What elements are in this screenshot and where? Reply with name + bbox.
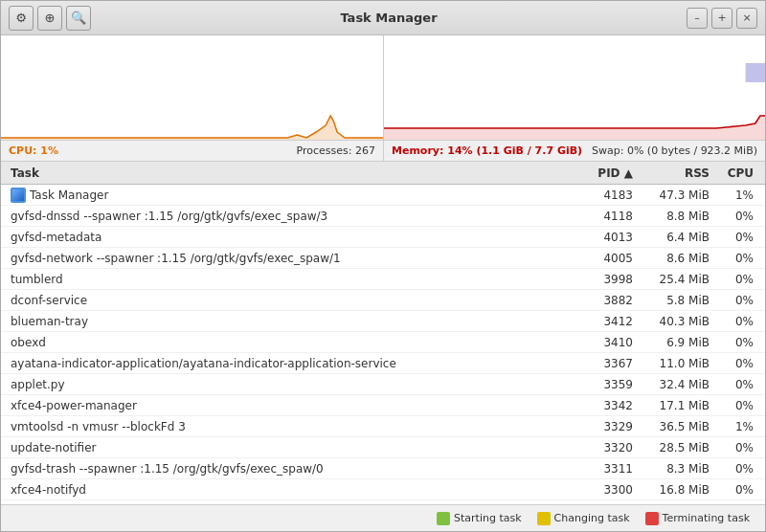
terminating-label: Terminating task	[663, 512, 750, 524]
table-row[interactable]: dconf-service38825.8 MiB0%	[1, 290, 765, 311]
task-rss: 40.3 MiB	[641, 315, 717, 328]
table-row[interactable]: gvfsd-dnssd --spawner :1.15 /org/gtk/gvf…	[1, 206, 765, 227]
task-pid: 4118	[574, 210, 641, 223]
task-name: gvfsd-metadata	[11, 231, 101, 244]
task-cpu: 0%	[717, 252, 765, 265]
window-controls: – + ×	[687, 8, 757, 29]
task-pid: 3998	[574, 273, 641, 286]
task-name: tumblerd	[11, 273, 63, 286]
table-row[interactable]: vmtoolsd -n vmusr --blockFd 3332936.5 Mi…	[1, 416, 765, 437]
task-rss: 8.8 MiB	[641, 210, 717, 223]
task-name: blueman-tray	[11, 315, 88, 328]
task-name: gvfsd-dnssd --spawner :1.15 /org/gtk/gvf…	[11, 210, 327, 223]
processes-label: Processes: 267	[297, 144, 375, 157]
cpu-status: CPU: 1% Processes: 267	[1, 141, 384, 162]
task-rss: 6.9 MiB	[641, 336, 717, 349]
starting-dot	[437, 512, 450, 525]
task-cpu: 0%	[717, 357, 765, 370]
task-cpu: 1%	[717, 188, 765, 202]
minimize-button[interactable]: –	[687, 8, 708, 29]
cpu-graph	[1, 35, 384, 140]
col-header-pid[interactable]: PID ▲	[574, 166, 641, 180]
help-button[interactable]: ⊕	[37, 6, 62, 31]
task-rss: 16.8 MiB	[641, 483, 717, 497]
task-pid: 3410	[574, 336, 641, 349]
changing-dot	[537, 512, 551, 525]
table-row[interactable]: applet.py335932.4 MiB0%	[1, 374, 765, 395]
legend-changing: Changing task	[537, 512, 630, 525]
col-header-task[interactable]: Task	[1, 166, 574, 180]
terminating-dot	[645, 512, 659, 525]
table-row[interactable]: ayatana-indicator-application/ayatana-in…	[1, 353, 765, 374]
task-pid: 4013	[574, 231, 641, 244]
legend-bar: Starting task Changing task Terminating …	[1, 504, 765, 531]
titlebar: ⚙ ⊕ 🔍 Task Manager – + ×	[1, 1, 765, 35]
window-title: Task Manager	[91, 11, 687, 25]
swap-label: Swap: 0% (0 bytes / 923.2 MiB)	[592, 144, 757, 157]
task-name: xfce4-notifyd	[11, 483, 86, 497]
task-pid: 3329	[574, 420, 641, 433]
task-cpu: 0%	[717, 441, 765, 454]
status-bar: CPU: 1% Processes: 267 Memory: 14% (1.1 …	[1, 141, 765, 162]
memory-status: Memory: 14% (1.1 GiB / 7.7 GiB) Swap: 0%…	[384, 141, 765, 162]
table-row[interactable]: update-notifier332028.5 MiB0%	[1, 437, 765, 458]
table-row[interactable]: gvfsd-network --spawner :1.15 /org/gtk/g…	[1, 248, 765, 269]
task-name: obexd	[11, 336, 46, 349]
process-table[interactable]: Task Manager418347.3 MiB1%gvfsd-dnssd --…	[1, 185, 765, 504]
memory-label: Memory: 14% (1.1 GiB / 7.7 GiB)	[392, 144, 582, 157]
task-rss: 5.8 MiB	[641, 294, 717, 307]
task-cpu: 0%	[717, 231, 765, 244]
task-cpu: 0%	[717, 399, 765, 412]
task-rss: 28.5 MiB	[641, 441, 717, 454]
col-header-cpu[interactable]: CPU	[717, 166, 765, 180]
table-row[interactable]: xfce4-notifyd330016.8 MiB0%	[1, 479, 765, 500]
task-cpu: 1%	[717, 420, 765, 433]
table-row[interactable]: blueman-tray341240.3 MiB0%	[1, 311, 765, 332]
task-cpu: 0%	[717, 462, 765, 476]
table-header: Task PID ▲ RSS CPU	[1, 162, 765, 185]
task-name: gvfsd-network --spawner :1.15 /org/gtk/g…	[11, 252, 341, 265]
task-rss: 11.0 MiB	[641, 357, 717, 370]
search-button[interactable]: 🔍	[66, 6, 91, 31]
task-rss: 6.4 MiB	[641, 231, 717, 244]
task-cpu: 0%	[717, 294, 765, 307]
svg-rect-0	[746, 63, 765, 82]
task-pid: 4005	[574, 252, 641, 265]
table-row[interactable]: gvfsd-metadata40136.4 MiB0%	[1, 227, 765, 248]
close-button[interactable]: ×	[736, 8, 757, 29]
task-name: dconf-service	[11, 294, 87, 307]
task-name: Task Manager	[30, 188, 108, 202]
task-rss: 8.3 MiB	[641, 462, 717, 476]
memory-graph	[384, 35, 765, 140]
col-header-rss[interactable]: RSS	[641, 166, 717, 180]
task-name: xfce4-power-manager	[11, 399, 137, 412]
settings-button[interactable]: ⚙	[9, 6, 34, 31]
table-row[interactable]: xfce4-power-manager334217.1 MiB0%	[1, 395, 765, 416]
task-cpu: 0%	[717, 483, 765, 497]
cpu-label: CPU: 1%	[9, 144, 58, 157]
table-row[interactable]: Task Manager418347.3 MiB1%	[1, 185, 765, 206]
maximize-button[interactable]: +	[711, 8, 732, 29]
changing-label: Changing task	[554, 512, 630, 524]
task-rss: 47.3 MiB	[641, 188, 717, 202]
legend-starting: Starting task	[437, 512, 522, 525]
task-manager-window: ⚙ ⊕ 🔍 Task Manager – + ×	[0, 0, 766, 532]
starting-label: Starting task	[454, 512, 522, 524]
task-name: update-notifier	[11, 441, 96, 454]
legend-terminating: Terminating task	[645, 512, 750, 525]
task-pid: 4183	[574, 188, 641, 202]
task-manager-icon	[11, 188, 26, 203]
table-row[interactable]: obexd34106.9 MiB0%	[1, 332, 765, 353]
task-name: applet.py	[11, 378, 65, 391]
task-pid: 3342	[574, 399, 641, 412]
task-cpu: 0%	[717, 315, 765, 328]
task-pid: 3300	[574, 483, 641, 497]
table-row[interactable]: tumblerd399825.4 MiB0%	[1, 269, 765, 290]
task-rss: 25.4 MiB	[641, 273, 717, 286]
task-name: gvfsd-trash --spawner :1.15 /org/gtk/gvf…	[11, 462, 324, 476]
table-row[interactable]: gvfsd-trash --spawner :1.15 /org/gtk/gvf…	[1, 458, 765, 479]
task-pid: 3359	[574, 378, 641, 391]
task-cpu: 0%	[717, 378, 765, 391]
task-cpu: 0%	[717, 210, 765, 223]
graph-area	[1, 35, 765, 141]
